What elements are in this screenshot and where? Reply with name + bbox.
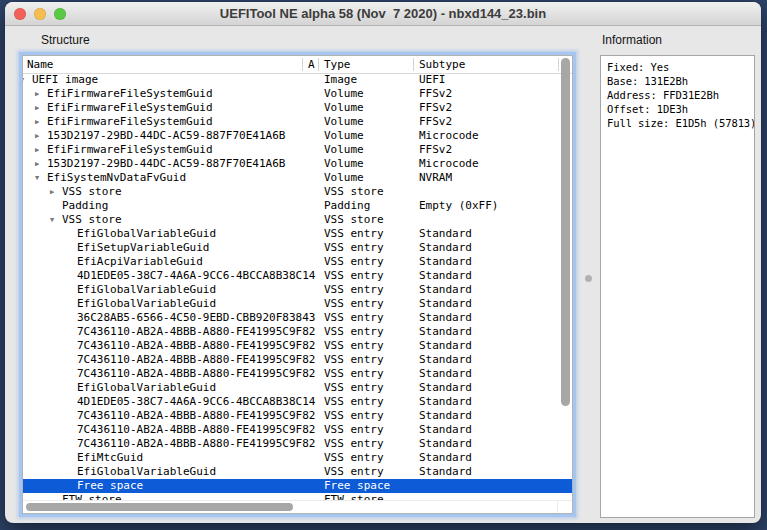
tree-row[interactable]: 7C436110-AB2A-4BBB-A880-FE41995C9F82 VSS… [23, 325, 572, 339]
disclosure-triangle-icon[interactable]: ▶ [50, 185, 54, 199]
row-name: 7C436110-AB2A-4BBB-A880-FE41995C9F82 [77, 367, 315, 381]
tree-row[interactable]: EfiGlobalVariableGuid VSS entry Standard [23, 465, 572, 479]
tree-row[interactable]: ▼ UEFI image Image UEFI [23, 73, 572, 87]
row-subtype: FFSv2 [419, 101, 452, 115]
row-subtype: FFSv2 [419, 87, 452, 101]
row-subtype: Standard [419, 339, 472, 353]
row-type: VSS entry [324, 241, 384, 255]
tree-row[interactable]: ▶ EfiFirmwareFileSystemGuid Volume FFSv2 [23, 101, 572, 115]
row-name: EfiFirmwareFileSystemGuid [47, 143, 213, 157]
row-type: Volume [324, 171, 364, 185]
row-name: 7C436110-AB2A-4BBB-A880-FE41995C9F82 [77, 409, 315, 423]
disclosure-triangle-icon[interactable]: ▶ [35, 129, 39, 143]
disclosure-triangle-icon[interactable]: ▼ [50, 213, 54, 227]
row-name: EfiSystemNvDataFvGuid [47, 171, 186, 185]
tree-row[interactable]: EfiGlobalVariableGuid VSS entry Standard [23, 227, 572, 241]
row-name: EfiGlobalVariableGuid [77, 465, 216, 479]
row-name: 7C436110-AB2A-4BBB-A880-FE41995C9F82 [77, 353, 315, 367]
tree-row[interactable]: ▶ EfiFirmwareFileSystemGuid Volume FFSv2 [23, 143, 572, 157]
row-name: VSS store [62, 213, 122, 227]
tree-row[interactable]: 7C436110-AB2A-4BBB-A880-FE41995C9F82 VSS… [23, 423, 572, 437]
row-name: EfiFirmwareFileSystemGuid [47, 87, 213, 101]
tree-row[interactable]: 4D1EDE05-38C7-4A6A-9CC6-4BCCA8B38C14 VSS… [23, 395, 572, 409]
tree-row[interactable]: EfiAcpiVariableGuid VSS entry Standard [23, 255, 572, 269]
disclosure-triangle-icon[interactable]: ▶ [35, 143, 39, 157]
main-content: Structure Information Name A Type Subtyp… [5, 26, 761, 523]
row-subtype: Standard [419, 269, 472, 283]
tree-row[interactable]: ▶ EfiFirmwareFileSystemGuid Volume FFSv2 [23, 115, 572, 129]
column-header-type[interactable]: Type [324, 57, 351, 72]
disclosure-triangle-icon[interactable]: ▶ [35, 87, 39, 101]
tree-row[interactable]: ▶ 153D2197-29BD-44DC-AC59-887F70E41A6B V… [23, 157, 572, 171]
disclosure-triangle-icon[interactable]: ▼ [35, 171, 39, 185]
disclosure-triangle-icon[interactable]: ▶ [35, 101, 39, 115]
structure-tree: Name A Type Subtype ▼ UEFI image Image U… [22, 55, 573, 514]
row-type: VSS entry [324, 423, 384, 437]
tree-row[interactable]: Free space Free space [23, 479, 572, 493]
row-type: Volume [324, 129, 364, 143]
row-subtype: NVRAM [419, 171, 452, 185]
tree-row[interactable]: EfiGlobalVariableGuid VSS entry Standard [23, 297, 572, 311]
tree-row[interactable]: 7C436110-AB2A-4BBB-A880-FE41995C9F82 VSS… [23, 353, 572, 367]
row-subtype: Standard [419, 451, 472, 465]
row-subtype: Standard [419, 409, 472, 423]
row-name: 36C28AB5-6566-4C50-9EBD-CBB920F83843 [77, 311, 315, 325]
structure-label: Structure [41, 33, 90, 47]
tree-row[interactable]: EfiMtcGuid VSS entry Standard [23, 451, 572, 465]
tree-row[interactable]: 7C436110-AB2A-4BBB-A880-FE41995C9F82 VSS… [23, 437, 572, 451]
column-separator [302, 58, 303, 71]
tree-row[interactable]: EfiGlobalVariableGuid VSS entry Standard [23, 381, 572, 395]
row-type: Free space [324, 479, 390, 493]
horizontal-scrollbar-thumb[interactable] [26, 503, 293, 511]
tree-row[interactable]: 4D1EDE05-38C7-4A6A-9CC6-4BCCA8B38C14 VSS… [23, 269, 572, 283]
close-button[interactable] [14, 8, 26, 20]
tree-row[interactable]: ▶ 153D2197-29BD-44DC-AC59-887F70E41A6B V… [23, 129, 572, 143]
row-subtype: Standard [419, 283, 472, 297]
row-type: VSS entry [324, 297, 384, 311]
tree-row[interactable]: Padding Padding Empty (0xFF) [23, 199, 572, 213]
app-window: UEFITool NE alpha 58 (Nov 7 2020) - nbxd… [5, 2, 761, 523]
row-name: EfiMtcGuid [77, 451, 143, 465]
information-box[interactable]: Fixed: YesBase: 131E2BhAddress: FFD31E2B… [600, 55, 755, 518]
disclosure-triangle-icon[interactable]: ▶ [35, 157, 39, 171]
horizontal-scrollbar-track[interactable] [23, 500, 558, 513]
tree-row[interactable]: 7C436110-AB2A-4BBB-A880-FE41995C9F82 VSS… [23, 367, 572, 381]
tree-row[interactable]: 7C436110-AB2A-4BBB-A880-FE41995C9F82 VSS… [23, 409, 572, 423]
tree-row[interactable]: ▼ VSS store VSS store [23, 213, 572, 227]
zoom-button[interactable] [54, 8, 66, 20]
tree-row[interactable]: EfiSetupVariableGuid VSS entry Standard [23, 241, 572, 255]
tree-row[interactable]: ▶ VSS store VSS store [23, 185, 572, 199]
info-line: Full size: E1D5h (57813) [607, 116, 754, 130]
row-name: 7C436110-AB2A-4BBB-A880-FE41995C9F82 [77, 423, 315, 437]
row-subtype: Microcode [419, 129, 479, 143]
info-line: Address: FFD31E2Bh [607, 88, 754, 102]
row-type: VSS entry [324, 353, 384, 367]
disclosure-triangle-icon[interactable]: ▼ [23, 73, 24, 87]
row-type: VSS entry [324, 311, 384, 325]
splitter-handle[interactable] [585, 275, 592, 282]
column-separator [318, 58, 319, 71]
row-subtype: Standard [419, 437, 472, 451]
row-type: VSS entry [324, 395, 384, 409]
column-header-subtype[interactable]: Subtype [419, 57, 465, 72]
row-type: VSS entry [324, 339, 384, 353]
row-type: VSS entry [324, 437, 384, 451]
vertical-scrollbar-thumb[interactable] [561, 58, 570, 406]
row-subtype: UEFI [419, 73, 446, 87]
tree-row[interactable]: ▼ EfiSystemNvDataFvGuid Volume NVRAM [23, 171, 572, 185]
title-bar[interactable]: UEFITool NE alpha 58 (Nov 7 2020) - nbxd… [5, 2, 761, 26]
column-header-action[interactable]: A [308, 57, 315, 72]
tree-row[interactable]: 36C28AB5-6566-4C50-9EBD-CBB920F83843 VSS… [23, 311, 572, 325]
info-line: Fixed: Yes [607, 60, 754, 74]
disclosure-triangle-icon[interactable]: ▶ [35, 115, 39, 129]
tree-row[interactable]: EfiGlobalVariableGuid VSS entry Standard [23, 283, 572, 297]
row-subtype: Standard [419, 325, 472, 339]
tree-row[interactable]: 7C436110-AB2A-4BBB-A880-FE41995C9F82 VSS… [23, 339, 572, 353]
row-type: VSS entry [324, 255, 384, 269]
row-name: 7C436110-AB2A-4BBB-A880-FE41995C9F82 [77, 339, 315, 353]
tree-row[interactable]: ▶ EfiFirmwareFileSystemGuid Volume FFSv2 [23, 87, 572, 101]
tree-body: ▼ UEFI image Image UEFI ▶ EfiFirmwareFil… [23, 73, 572, 513]
column-header-name[interactable]: Name [27, 57, 54, 72]
row-subtype: FFSv2 [419, 143, 452, 157]
minimize-button[interactable] [34, 8, 46, 20]
